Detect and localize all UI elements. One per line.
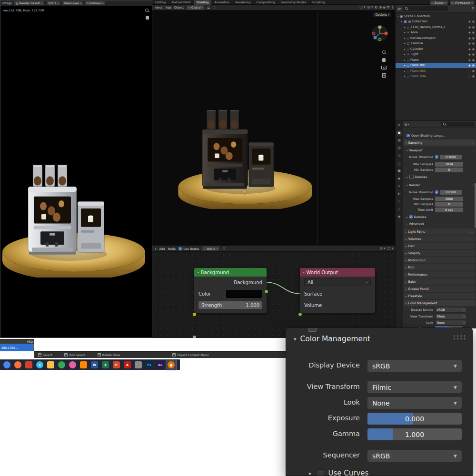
- advanced-header[interactable]: ▸ Advanced: [407, 221, 475, 226]
- workspace-tab-rendering[interactable]: Rendering: [232, 0, 253, 5]
- viewport-subpanel-header[interactable]: ▾ Viewport ∷: [407, 148, 475, 153]
- camera-view-icon[interactable]: [381, 66, 387, 69]
- taskbar-firefox-icon[interactable]: [14, 361, 21, 368]
- chevron-right-icon[interactable]: ▸: [309, 470, 312, 476]
- tab-view-layer-icon[interactable]: ▥: [396, 146, 402, 151]
- denoise-checkbox[interactable]: [409, 175, 414, 179]
- render-visibility-icon[interactable]: ▣: [472, 75, 475, 78]
- look-dropdown[interactable]: None▼: [367, 397, 462, 409]
- panel-bake[interactable]: ▸Bake: [404, 278, 476, 285]
- outliner-row-object[interactable]: ▸△ 2110_Barista_Ultima_I ◉▣: [396, 24, 476, 30]
- pan-icon[interactable]: [382, 58, 386, 62]
- noise-threshold-field[interactable]: 0.0100: [440, 190, 462, 195]
- taskbar-excel-icon[interactable]: X: [102, 361, 109, 368]
- time-limit-field[interactable]: 0 sec: [435, 208, 463, 212]
- render-visibility-icon[interactable]: ▣: [472, 69, 475, 72]
- viewport-menu-select[interactable]: elect: [155, 6, 162, 9]
- taskbar-chrome-icon[interactable]: [3, 361, 10, 368]
- workspace-tab-scripting[interactable]: Scripting: [309, 0, 328, 5]
- collapse-icon[interactable]: ▾: [198, 271, 199, 274]
- use-curves-checkbox[interactable]: [316, 469, 324, 476]
- navigation-gizmo[interactable]: [371, 25, 388, 42]
- tab-render-icon[interactable]: ●: [396, 130, 402, 136]
- expand-icon[interactable]: ▸: [404, 26, 406, 29]
- surface-input-socket[interactable]: [298, 312, 302, 317]
- node-menu-node[interactable]: Node: [168, 247, 176, 250]
- taskbar-blender-icon[interactable]: [168, 361, 175, 368]
- taskbar-ie-icon[interactable]: e: [36, 361, 43, 368]
- tab-constraints-icon[interactable]: ◇: [396, 199, 402, 204]
- view-transform-dropdown[interactable]: Filmic▾: [435, 314, 466, 319]
- workspace-tab-shading[interactable]: Shading: [194, 0, 212, 5]
- shading-mode-icons[interactable]: ◐ ◑ ◒ ◓: [375, 5, 389, 9]
- noise-threshold-field[interactable]: 0.1000: [440, 155, 462, 159]
- overlays-toggle-icon[interactable]: ◍ ▾: [367, 5, 373, 9]
- look-dropdown[interactable]: None▾: [435, 320, 466, 326]
- taskbar-app-gray-icon[interactable]: [135, 361, 142, 368]
- eye-icon[interactable]: ◉: [468, 31, 471, 34]
- viewport-options-button[interactable]: Options▾: [373, 12, 391, 17]
- outliner-row-object[interactable]: ▸△ barista-compact ◉▣: [396, 35, 476, 41]
- psd-file-tile[interactable]: 080-1350...: [0, 344, 33, 351]
- panel-freestyle[interactable]: ▸Freestyle: [404, 293, 476, 299]
- zoom-icon[interactable]: [145, 9, 149, 12]
- display-mode-icon[interactable]: ▦▾: [397, 7, 401, 10]
- workspace-tab-animation[interactable]: Animation: [211, 0, 232, 5]
- eye-icon[interactable]: ◉: [468, 26, 471, 29]
- tab-modifiers-icon[interactable]: ◆: [396, 176, 402, 181]
- use-nodes-checkbox[interactable]: [178, 247, 182, 250]
- taskbar-acrobat-icon[interactable]: A: [124, 361, 131, 368]
- taskbar-photoshop-icon[interactable]: Ps: [146, 361, 153, 368]
- image-datablock-selector[interactable]: ▦ Render Result ✕: [14, 1, 44, 5]
- viewport-menu-object[interactable]: Object: [174, 6, 184, 9]
- transform-orientation-dropdown[interactable]: ⊕ Global ▾: [187, 5, 204, 10]
- taskbar-app-red-icon[interactable]: [25, 361, 32, 368]
- exposure-slider[interactable]: 0.000: [367, 412, 462, 425]
- expand-icon[interactable]: ▾: [401, 20, 402, 23]
- eye-icon[interactable]: ◉: [468, 53, 471, 56]
- color-swatch[interactable]: [226, 290, 262, 298]
- strength-input-socket[interactable]: [192, 335, 197, 338]
- expand-icon[interactable]: ▸: [404, 48, 406, 50]
- viewport-menu-add[interactable]: Add: [165, 6, 171, 9]
- snap-icon[interactable]: ◒: [207, 6, 210, 10]
- outliner-row-object[interactable]: ▸☀ Area ◉▣: [396, 30, 476, 36]
- taskbar-word-icon[interactable]: W: [91, 361, 98, 368]
- outliner-row-scene-collection[interactable]: ▾▦ Scene Collection: [396, 13, 476, 19]
- shading-language-checkbox[interactable]: [407, 134, 410, 137]
- color-management-panel-header[interactable]: ▾ Color Management: [404, 300, 476, 306]
- noise-threshold-checkbox[interactable]: [435, 190, 438, 194]
- sequencer-dropdown[interactable]: sRGB▼: [367, 449, 462, 462]
- expand-icon[interactable]: ▸: [404, 69, 406, 72]
- eye-icon[interactable]: ◉: [468, 20, 471, 23]
- world-output-node-header[interactable]: ▾ World Output: [300, 268, 375, 277]
- display-device-dropdown[interactable]: sRGB▾: [435, 307, 466, 313]
- max-samples-field[interactable]: 1024: [435, 162, 463, 167]
- expand-icon[interactable]: ▸: [404, 37, 406, 40]
- expand-icon[interactable]: ▸: [404, 64, 406, 67]
- outliner-row-object[interactable]: ▸▢ Camera ◉▣: [396, 41, 476, 47]
- world-output-node[interactable]: ▾ World Output All ▾ Surface Volume: [300, 268, 375, 313]
- expand-icon[interactable]: ▸: [404, 31, 406, 34]
- gizmo-toggle-icon[interactable]: ◫ ▾: [359, 5, 365, 9]
- image-menu[interactable]: Image: [2, 1, 12, 5]
- eye-icon[interactable]: ◉: [468, 48, 471, 50]
- collection-checkbox[interactable]: [404, 20, 407, 23]
- eye-icon[interactable]: ◌: [468, 69, 471, 72]
- outliner-search[interactable]: [403, 6, 448, 11]
- overlay-panel-title[interactable]: Color Management: [300, 335, 371, 343]
- panel-options-icon[interactable]: ∷: [472, 141, 474, 144]
- collapse-icon[interactable]: ▾: [303, 271, 305, 274]
- render-visibility-icon[interactable]: ▣: [472, 31, 475, 34]
- noise-threshold-checkbox[interactable]: [435, 155, 438, 159]
- sampling-panel-header[interactable]: ▾ Sampling ∷: [404, 139, 476, 146]
- pin-icon[interactable]: ⊙: [222, 247, 225, 250]
- proportional-edit-icon[interactable]: ◌: [213, 6, 216, 10]
- eye-icon[interactable]: ◉: [468, 59, 471, 61]
- snap-node-icon[interactable]: ⊞ ▾: [380, 247, 386, 250]
- expand-icon[interactable]: ▸: [404, 53, 406, 56]
- tab-world-icon[interactable]: ○: [396, 161, 402, 166]
- outliner-row-selected[interactable]: ▸△ Plane.001 ◉▣: [396, 63, 476, 69]
- render-denoise-header[interactable]: ▸ Denoise: [407, 214, 475, 219]
- output-target-dropdown[interactable]: All ▾: [304, 278, 371, 286]
